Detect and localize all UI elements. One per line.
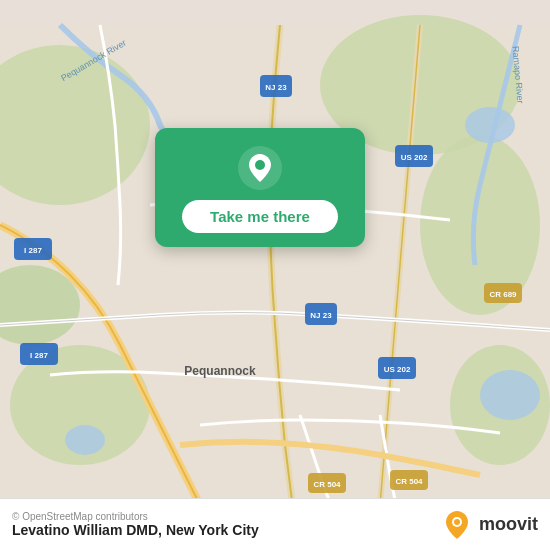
svg-text:US 202: US 202	[401, 153, 428, 162]
moovit-logo: moovit	[441, 509, 538, 541]
svg-point-7	[465, 107, 515, 143]
svg-point-8	[480, 370, 540, 420]
map-svg: NJ 23 NJ 23 US 202 US 202 I 287 I 287 CR…	[0, 0, 550, 550]
attribution-text: © OpenStreetMap contributors	[12, 511, 259, 522]
moovit-icon	[441, 509, 473, 541]
map-container: NJ 23 NJ 23 US 202 US 202 I 287 I 287 CR…	[0, 0, 550, 550]
svg-point-32	[255, 160, 265, 170]
location-name: Levatino William DMD, New York City	[12, 522, 259, 538]
svg-text:I 287: I 287	[30, 351, 48, 360]
location-pin-icon	[238, 146, 282, 190]
svg-text:CR 504: CR 504	[395, 477, 423, 486]
svg-text:Pequannock: Pequannock	[184, 364, 256, 378]
svg-point-9	[65, 425, 105, 455]
popup-card: Take me there	[155, 128, 365, 247]
svg-text:US 202: US 202	[384, 365, 411, 374]
svg-text:CR 504: CR 504	[313, 480, 341, 489]
svg-text:CR 689: CR 689	[489, 290, 517, 299]
svg-text:NJ 23: NJ 23	[310, 311, 332, 320]
svg-text:I 287: I 287	[24, 246, 42, 255]
bottom-info: © OpenStreetMap contributors Levatino Wi…	[12, 511, 259, 538]
moovit-text: moovit	[479, 514, 538, 535]
svg-point-34	[454, 519, 460, 525]
take-me-there-button[interactable]: Take me there	[182, 200, 338, 233]
bottom-bar: © OpenStreetMap contributors Levatino Wi…	[0, 498, 550, 550]
svg-text:NJ 23: NJ 23	[265, 83, 287, 92]
